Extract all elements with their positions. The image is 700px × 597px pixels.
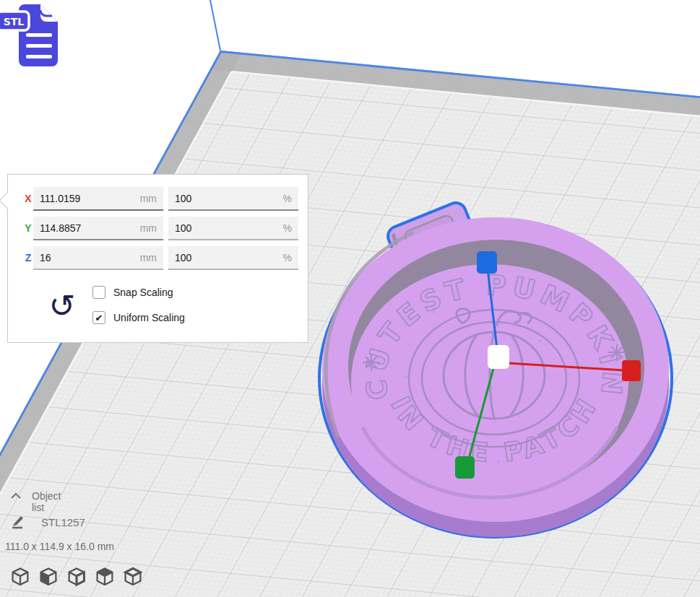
scale-row-x: X 111.0159 mm 100 % bbox=[8, 187, 308, 211]
uniform-scaling-row: ✔ Uniform Scaling bbox=[92, 310, 185, 325]
z-percent-input[interactable]: 100 % bbox=[168, 246, 298, 270]
z-mm-unit: mm bbox=[140, 252, 157, 263]
cube-front-face-icon bbox=[38, 567, 59, 587]
y-mm-unit: mm bbox=[140, 222, 157, 234]
scale-handle-x[interactable] bbox=[622, 360, 641, 381]
scale-handle-z[interactable] bbox=[477, 251, 497, 274]
folded-corner bbox=[40, 4, 58, 22]
uniform-scaling-label: Uniform Scaling bbox=[113, 312, 185, 323]
y-percent-unit: % bbox=[283, 222, 292, 234]
reset-icon: ↺ bbox=[49, 287, 76, 324]
x-mm-unit: mm bbox=[140, 193, 157, 204]
view-right-button[interactable] bbox=[121, 567, 144, 588]
build-volume-corner-edge bbox=[210, 0, 220, 51]
snap-scaling-checkbox[interactable] bbox=[92, 286, 105, 299]
scale-row-y: Y 114.8857 mm 100 % bbox=[8, 217, 308, 240]
z-mm-input[interactable]: 16 mm bbox=[33, 246, 163, 270]
reset-scale-button[interactable]: ↺ bbox=[46, 289, 79, 323]
cube-left-face-icon bbox=[94, 567, 116, 587]
edit-pencil-icon bbox=[10, 513, 27, 530]
checkmark-icon: ✔ bbox=[95, 313, 103, 323]
scale-tool-panel: X 111.0159 mm 100 % Y 114.8857 mm 100 % … bbox=[7, 174, 308, 343]
scale-handle-center[interactable] bbox=[488, 345, 509, 369]
collapse-chevron-icon[interactable] bbox=[9, 492, 22, 500]
scale-row-z: Z 16 mm 100 % bbox=[8, 246, 308, 270]
x-percent-input[interactable]: 100 % bbox=[168, 187, 298, 211]
stl-badge-label: STL bbox=[4, 16, 25, 27]
view-front-button[interactable] bbox=[37, 567, 59, 588]
z-percent-unit: % bbox=[283, 252, 292, 263]
x-mm-input[interactable]: 111.0159 mm bbox=[33, 187, 163, 211]
view-3d-button[interactable] bbox=[9, 567, 31, 588]
cube-top-face-icon bbox=[122, 567, 144, 587]
stl-file-icon: STL bbox=[0, 0, 66, 72]
y-mm-input[interactable]: 114.8857 mm bbox=[33, 217, 163, 240]
x-percent-unit: % bbox=[283, 193, 292, 204]
camera-view-toolbar bbox=[9, 567, 144, 588]
y-percent-input[interactable]: 100 % bbox=[168, 217, 298, 240]
cube-wireframe-icon bbox=[9, 567, 31, 587]
scale-handle-y[interactable] bbox=[455, 456, 475, 479]
uniform-scaling-checkbox[interactable]: ✔ bbox=[92, 311, 105, 324]
cube-right-face-icon bbox=[66, 567, 87, 587]
view-top-button[interactable] bbox=[65, 567, 87, 588]
snap-scaling-label: Snap Scaling bbox=[113, 287, 173, 298]
view-left-button[interactable] bbox=[93, 567, 116, 588]
snap-scaling-row: Snap Scaling bbox=[92, 285, 173, 300]
model-dimensions-readout: 111.0 x 114.9 x 16.0 mm bbox=[5, 541, 114, 552]
object-list-header[interactable]: Object list bbox=[32, 490, 61, 513]
object-list-item-name[interactable]: STL1257 bbox=[41, 516, 85, 528]
